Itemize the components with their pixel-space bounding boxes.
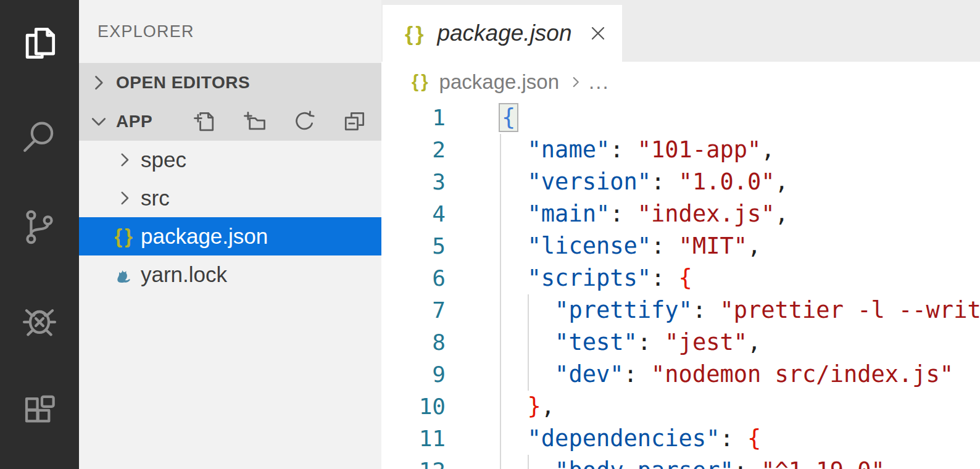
refresh-icon — [291, 108, 318, 135]
activity-bar — [0, 0, 79, 469]
breadcrumb: {} package.json ... — [381, 62, 980, 102]
tree-item-label: package.json — [141, 224, 268, 249]
refresh-button[interactable] — [291, 108, 318, 135]
tree-item-label: src — [141, 186, 170, 210]
code-line[interactable]: }, — [500, 391, 980, 423]
indent-guide — [500, 455, 501, 469]
code-token: : — [692, 297, 720, 323]
section-label: APP — [116, 112, 152, 131]
activity-search[interactable] — [0, 102, 79, 172]
code-line[interactable]: "dependencies": { — [500, 423, 980, 455]
json-file-icon: {} — [405, 22, 426, 46]
code-token: "test" — [500, 329, 637, 355]
breadcrumb-file[interactable]: package.json — [439, 70, 559, 94]
tree-item-label: yarn.lock — [141, 262, 227, 287]
bug-icon — [19, 299, 60, 341]
section-label: OPEN EDITORS — [116, 73, 250, 93]
code-line[interactable]: { — [500, 102, 980, 134]
line-number: 4 — [381, 198, 446, 230]
tree-item-yarn-lock[interactable]: yarn.lock — [79, 255, 381, 294]
code-line[interactable]: "body-parser": "^1.19.0" — [500, 455, 980, 469]
tab-label: package.json — [437, 20, 571, 46]
explorer-sidebar: EXPLORER OPEN EDITORS APP — [79, 0, 381, 469]
code-token: "dev" — [500, 361, 623, 388]
indent-guide — [500, 230, 501, 262]
code-token: , — [747, 233, 761, 259]
code-token: : — [610, 136, 637, 163]
indent-guide — [500, 198, 501, 230]
activity-extensions[interactable] — [0, 378, 79, 447]
code-line[interactable]: "scripts": { — [500, 262, 980, 294]
activity-source-control[interactable] — [0, 193, 79, 262]
code-line[interactable]: "main": "index.js", — [500, 198, 980, 230]
line-number: 8 — [381, 326, 446, 359]
code-token: "nodemon src/index.js" — [651, 361, 953, 388]
tree-item-src[interactable]: src — [79, 179, 381, 217]
code-lines: { "name": "101-app", "version": "1.0.0",… — [500, 102, 980, 469]
code-line[interactable]: "prettify": "prettier -l --write \ — [500, 294, 980, 326]
code-token: "jest" — [665, 329, 747, 355]
chevron-down-icon — [88, 110, 110, 133]
extensions-icon — [19, 391, 60, 433]
new-file-button[interactable] — [191, 108, 218, 135]
matched-bracket-highlight: { — [500, 104, 517, 131]
code-token: "license" — [500, 233, 651, 259]
tree-item-package-json[interactable]: {} package.json — [79, 217, 381, 255]
code-token: "version" — [500, 168, 651, 195]
code-token: : — [720, 425, 747, 452]
line-number: 6 — [381, 262, 446, 294]
code-token: "101-app" — [637, 136, 761, 163]
code-token: , — [541, 393, 555, 420]
code-line[interactable]: "name": "101-app", — [500, 134, 980, 166]
code-line[interactable]: "test": "jest", — [500, 326, 980, 359]
code-token: "body-parser" — [500, 457, 734, 469]
chevron-right-icon — [114, 187, 136, 209]
yarn-icon — [114, 264, 136, 286]
code-token: { — [502, 104, 515, 131]
code-line[interactable]: "license": "MIT", — [500, 230, 980, 262]
code-token: : — [623, 361, 651, 388]
code-line[interactable]: "version": "1.0.0", — [500, 166, 980, 198]
line-number: 7 — [381, 294, 446, 326]
breadcrumb-more[interactable]: ... — [589, 70, 610, 94]
indent-guide — [528, 455, 529, 469]
code-token: "prettier -l --write — [720, 297, 980, 323]
code-token: "MIT" — [679, 233, 747, 259]
activity-debug[interactable] — [0, 285, 79, 354]
line-number: 9 — [381, 359, 446, 391]
line-number: 5 — [381, 230, 446, 262]
close-tab-icon[interactable] — [587, 22, 609, 44]
tab-package-json[interactable]: {} package.json — [383, 5, 622, 62]
section-open-editors[interactable]: OPEN EDITORS — [79, 63, 381, 102]
collapse-folders-button[interactable] — [341, 108, 368, 135]
new-folder-icon — [241, 108, 268, 135]
code-line[interactable]: "dev": "nodemon src/index.js" — [500, 359, 980, 391]
code-token: , — [775, 168, 789, 195]
section-app-folder[interactable]: APP — [79, 102, 381, 141]
indent-guide — [528, 326, 529, 359]
file-tree: spec src {} package.json yarn.lock — [79, 141, 381, 294]
tree-item-label: spec — [141, 147, 186, 172]
vscode-window: EXPLORER OPEN EDITORS APP — [0, 0, 980, 469]
code-token: : — [651, 265, 679, 291]
json-file-icon: {} — [114, 225, 136, 247]
code-token: { — [679, 265, 692, 291]
indent-guide — [500, 423, 501, 455]
tree-item-spec[interactable]: spec — [79, 141, 381, 179]
code-token: "1.0.0" — [679, 168, 775, 195]
line-number: 12 — [381, 455, 446, 469]
indent-guide — [500, 326, 501, 359]
chevron-right-icon — [88, 72, 110, 94]
line-number: 10 — [381, 391, 446, 423]
line-number-gutter: 123456789101112 — [381, 102, 446, 469]
code-token: "main" — [500, 201, 610, 227]
new-folder-button[interactable] — [241, 108, 268, 135]
search-icon — [19, 116, 60, 158]
code-editor[interactable]: 123456789101112 { "name": "101-app", "ve… — [381, 102, 980, 469]
code-token: : — [651, 233, 679, 259]
line-number: 2 — [381, 134, 446, 166]
files-icon — [19, 22, 60, 64]
indent-guide — [528, 294, 529, 326]
activity-explorer[interactable] — [0, 9, 79, 78]
indent-guide — [500, 166, 501, 198]
